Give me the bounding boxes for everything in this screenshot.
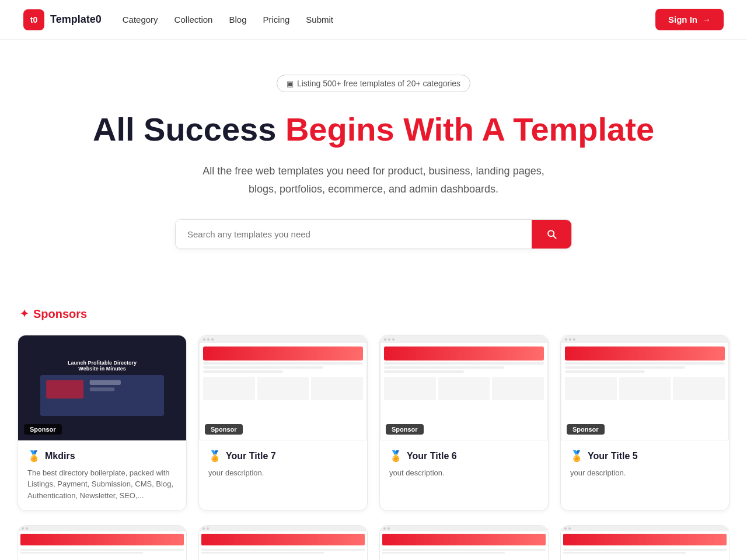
tp-bottom-hero2 bbox=[201, 534, 365, 545]
logo-icon: t0 bbox=[23, 9, 44, 30]
tp-cards-row bbox=[200, 374, 366, 402]
card-title7-title-row: 🏅 Your Title 7 bbox=[208, 450, 358, 463]
card-title5-image: Sponsor bbox=[561, 335, 729, 440]
tp-bar1-6 bbox=[384, 362, 544, 365]
tp-bottom-bars3 bbox=[380, 547, 548, 560]
tp-bottom-bars2 bbox=[199, 547, 367, 560]
tp-mini2-6 bbox=[438, 377, 490, 400]
card-title7[interactable]: Sponsor 🏅 Your Title 7 your description. bbox=[198, 335, 368, 512]
tp-dot2 bbox=[207, 338, 210, 341]
tp-hero-bar bbox=[203, 346, 363, 360]
tp-mini1 bbox=[203, 377, 255, 400]
tp-bottom-4 bbox=[561, 526, 729, 560]
card-title5-desc: your description. bbox=[570, 467, 720, 479]
tp-hero-bar6 bbox=[384, 346, 544, 360]
card-title5[interactable]: Sponsor 🏅 Your Title 5 your description. bbox=[560, 335, 729, 512]
tp-bar2-5 bbox=[565, 366, 685, 369]
card-bottom-4[interactable]: Sponsor bbox=[560, 525, 729, 560]
tp-mini1-6 bbox=[384, 377, 436, 400]
card-mkdirs[interactable]: Launch Profitable DirectoryWebsite in Mi… bbox=[18, 335, 187, 512]
search-icon bbox=[546, 228, 557, 240]
card-title7-body: 🏅 Your Title 7 your description. bbox=[199, 440, 367, 488]
bottom-preview-3: Sponsor bbox=[380, 526, 548, 560]
title6-sponsor-badge: Sponsor bbox=[386, 424, 424, 435]
tp-nav5 bbox=[561, 336, 728, 343]
tp-bottom-nav3 bbox=[380, 526, 548, 531]
tp-bottom-hero1 bbox=[20, 534, 184, 545]
sponsors-icon: ✦ bbox=[20, 307, 29, 320]
title5-sponsor-badge: Sponsor bbox=[567, 424, 605, 435]
search-button[interactable] bbox=[532, 220, 571, 249]
nav-links: Category Collection Blog Pricing Submit bbox=[123, 15, 333, 25]
bottom-preview-2: Sponsor bbox=[199, 526, 367, 560]
sign-in-button[interactable]: Sign In → bbox=[655, 9, 724, 30]
tp-mini2 bbox=[257, 377, 309, 400]
tp-dot3-6 bbox=[392, 338, 395, 341]
tp-content5 bbox=[561, 362, 728, 373]
card-title6-image: Sponsor bbox=[380, 335, 548, 440]
tp-cards-row6 bbox=[381, 374, 547, 402]
card-title7-image: Sponsor bbox=[199, 335, 367, 440]
tp-bar3-6 bbox=[384, 370, 464, 373]
nav-category[interactable]: Category bbox=[123, 15, 158, 24]
logo-link[interactable]: t0 Template0 bbox=[23, 9, 102, 30]
card-bottom-2[interactable]: Sponsor bbox=[198, 525, 368, 560]
tp-dot1 bbox=[203, 338, 205, 341]
arrow-icon: → bbox=[702, 15, 711, 24]
mkdirs-preview-img bbox=[40, 375, 163, 416]
award-icon: 🏅 bbox=[27, 450, 40, 463]
bottom-preview-1: Sponsor bbox=[18, 526, 186, 560]
bottom-preview-4: Sponsor bbox=[561, 526, 729, 560]
tp-mini3 bbox=[311, 377, 363, 400]
tp-mini2-5 bbox=[619, 377, 671, 400]
tp-dot2-5 bbox=[569, 338, 571, 341]
tp-dot1-5 bbox=[565, 338, 567, 341]
card-mkdirs-title-row: 🏅 Mkdirs bbox=[27, 450, 177, 463]
tp-bottom-nav1 bbox=[18, 526, 186, 531]
sponsors-heading: ✦ Sponsors bbox=[18, 307, 729, 321]
tp-content bbox=[200, 362, 366, 373]
mkdirs-inner bbox=[40, 375, 163, 416]
card-bottom-3[interactable]: Sponsor bbox=[379, 525, 549, 560]
nav-pricing[interactable]: Pricing bbox=[263, 15, 289, 24]
tp-mini1-5 bbox=[565, 377, 617, 400]
tp-mini3-6 bbox=[492, 377, 544, 400]
card-title5-body: 🏅 Your Title 5 your description. bbox=[561, 440, 729, 488]
tp-bottom-nav2 bbox=[199, 526, 367, 531]
tp-bar2 bbox=[203, 366, 323, 369]
nav-blog[interactable]: Blog bbox=[229, 15, 246, 24]
tp-dot2-6 bbox=[388, 338, 390, 341]
hero-heading: All Success Begins With A Template bbox=[12, 111, 735, 148]
card-title7-desc: your description. bbox=[208, 467, 358, 479]
tp-dot3-5 bbox=[573, 338, 575, 341]
nav-submit[interactable]: Submit bbox=[306, 15, 333, 24]
card-title6-title: Your Title 6 bbox=[407, 451, 457, 461]
card-title6[interactable]: Sponsor 🏅 Your Title 6 yout description. bbox=[379, 335, 549, 512]
hero-section: ▣ Listing 500+ free templates of 20+ cat… bbox=[0, 40, 747, 307]
sponsors-section: ✦ Sponsors Launch Profitable DirectoryWe… bbox=[6, 307, 741, 560]
tp-bar1-5 bbox=[565, 362, 725, 365]
tp-bottom-hero4 bbox=[563, 534, 727, 545]
hero-badge: ▣ Listing 500+ free templates of 20+ cat… bbox=[277, 75, 470, 92]
card-bottom-1[interactable]: Sponsor bbox=[18, 525, 187, 560]
card-title5-title-row: 🏅 Your Title 5 bbox=[570, 450, 720, 463]
badge-icon: ▣ bbox=[287, 79, 294, 88]
card-mkdirs-title: Mkdirs bbox=[45, 451, 75, 461]
title7-sponsor-badge: Sponsor bbox=[205, 424, 243, 435]
logo-text: Template0 bbox=[50, 13, 102, 26]
card-title5-title: Your Title 5 bbox=[588, 451, 638, 461]
mkdirs-sponsor-badge: Sponsor bbox=[24, 424, 62, 435]
tp-nav bbox=[200, 336, 366, 343]
tp-dot3 bbox=[211, 338, 214, 341]
search-input[interactable] bbox=[176, 220, 532, 249]
mkdirs-preview-text: Launch Profitable DirectoryWebsite in Mi… bbox=[68, 360, 137, 372]
tp-mini3-5 bbox=[673, 377, 725, 400]
second-row-grid: Sponsor bbox=[18, 525, 729, 560]
card-title6-title-row: 🏅 Your Title 6 bbox=[389, 450, 539, 463]
card-title6-body: 🏅 Your Title 6 yout description. bbox=[380, 440, 548, 488]
nav-collection[interactable]: Collection bbox=[174, 15, 213, 24]
badge-text: Listing 500+ free templates of 20+ categ… bbox=[297, 79, 460, 88]
tp-dot1-6 bbox=[384, 338, 386, 341]
tp-cards-row5 bbox=[561, 374, 728, 402]
award-icon-5: 🏅 bbox=[570, 450, 583, 463]
